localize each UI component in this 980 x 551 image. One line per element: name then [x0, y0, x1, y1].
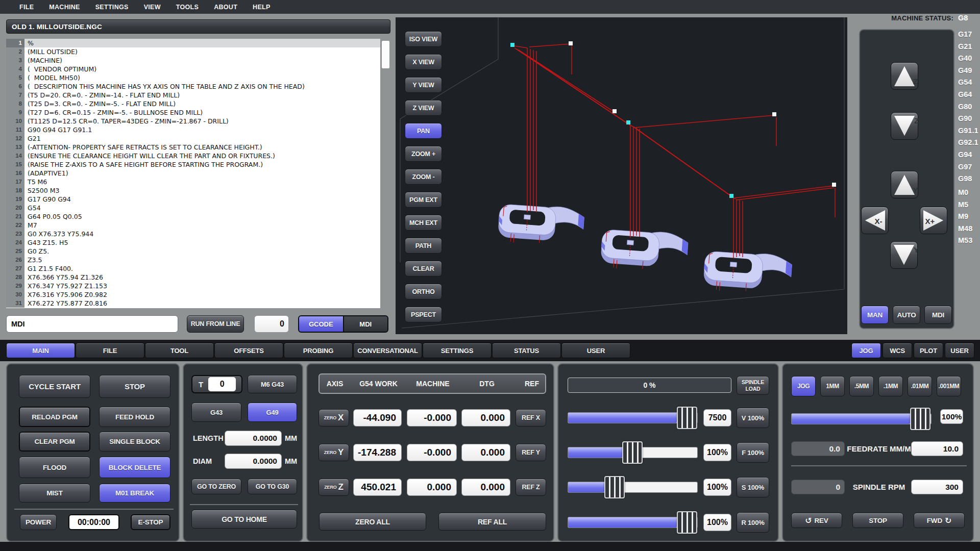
- gcode-line[interactable]: 25 G0 Z5.: [6, 247, 380, 256]
- slider-handle[interactable]: [677, 407, 697, 429]
- gcode-line[interactable]: 17 T5 M6: [6, 178, 380, 186]
- gcode-line[interactable]: 15 (RAISE THE Z-AXIS TO A SAFE HEIGHT BE…: [6, 160, 380, 169]
- estop-button[interactable]: E-STOP: [131, 514, 170, 530]
- block-delete-button[interactable]: BLOCK DELETE: [99, 457, 170, 478]
- jog-step-button[interactable]: .01MM: [908, 376, 932, 396]
- slider-handle[interactable]: [910, 408, 930, 430]
- gcode-line[interactable]: 1 %: [6, 39, 380, 47]
- spindle-load-label-button[interactable]: SPINDLE LOAD: [737, 376, 769, 395]
- slider-handle[interactable]: [604, 476, 625, 498]
- tab[interactable]: WCS: [883, 343, 912, 358]
- tab[interactable]: STATUS: [492, 343, 561, 358]
- view-button[interactable]: Z VIEW: [405, 100, 442, 116]
- run-from-line-button[interactable]: RUN FROM LINE: [187, 315, 244, 333]
- override-reset-button[interactable]: F 100%: [737, 442, 769, 463]
- cycle-start-button[interactable]: CYCLE START: [19, 375, 90, 398]
- tab[interactable]: PLOT: [914, 343, 943, 358]
- jog-y-plus-button[interactable]: Y+: [891, 171, 918, 198]
- menu-item[interactable]: VIEW: [144, 4, 161, 11]
- menu-item[interactable]: FILE: [19, 4, 34, 11]
- gcode-line[interactable]: 28 X76.366 Y75.94 Z1.326: [6, 273, 380, 282]
- slider-track[interactable]: [568, 447, 698, 458]
- slider-track[interactable]: [791, 413, 932, 424]
- jog-step-button[interactable]: JOG: [791, 376, 816, 396]
- gcode-line[interactable]: 23 G0 X76.373 Y75.944: [6, 230, 380, 238]
- reload-pgm-button[interactable]: RELOAD PGM: [19, 407, 90, 427]
- single-block-button[interactable]: SINGLE BLOCK: [99, 432, 170, 452]
- jog-y-minus-button[interactable]: Y-: [890, 241, 918, 269]
- tab[interactable]: USER: [945, 343, 974, 358]
- zero-all-button[interactable]: ZERO ALL: [319, 513, 426, 531]
- gcode-line[interactable]: 11 G90 G94 G17 G91.1: [6, 126, 380, 134]
- spindle-rev-button[interactable]: ↺ REV: [791, 513, 842, 528]
- gcode-line[interactable]: 14 (ENSURE THE CLEARANCE HEIGHT WILL CLE…: [6, 152, 380, 160]
- ref-axis-button[interactable]: REF Z: [516, 479, 546, 496]
- run-from-line-value[interactable]: 0: [254, 315, 289, 333]
- gcode-line[interactable]: 31 X76.272 Y75.877 Z0.816: [6, 299, 380, 308]
- tab[interactable]: TOOL: [145, 343, 214, 358]
- stop-button[interactable]: STOP: [99, 375, 170, 398]
- gcode-line[interactable]: 18 S2500 M3: [6, 186, 380, 195]
- feed-hold-button[interactable]: FEED HOLD: [99, 407, 170, 427]
- view-button[interactable]: PGM EXT: [405, 192, 442, 208]
- gcode-line[interactable]: 6 ( DESCRIPTION THIS MACHINE HAS YX AXIS…: [6, 82, 380, 91]
- go-to-zero-button[interactable]: GO TO ZERO: [191, 479, 241, 494]
- slider-track[interactable]: [568, 517, 698, 528]
- m6-g43-button[interactable]: M6 G43: [248, 375, 297, 393]
- mdi-input[interactable]: MDI: [6, 315, 178, 333]
- view-button[interactable]: PATH: [405, 238, 442, 254]
- gcode-toggle-button[interactable]: GCODE: [299, 316, 343, 332]
- gcode-line[interactable]: 5 ( MODEL MH50): [6, 73, 380, 82]
- view-button[interactable]: CLEAR: [405, 261, 442, 277]
- tab[interactable]: CONVERSATIONAL: [353, 343, 422, 358]
- m01-break-button[interactable]: M01 BREAK: [99, 484, 170, 503]
- gcode-line[interactable]: 22 M7: [6, 221, 380, 230]
- view-button[interactable]: ISO VIEW: [405, 31, 442, 47]
- view-button[interactable]: ZOOM +: [405, 146, 442, 162]
- g43-button[interactable]: G43: [191, 403, 241, 422]
- gcode-line[interactable]: 29 X76.347 Y75.927 Z1.153: [6, 282, 380, 290]
- gcode-line[interactable]: 26 Z3.5: [6, 256, 380, 264]
- gcode-line[interactable]: 16 (ADAPTIVE1): [6, 169, 380, 178]
- mdi-toggle-button[interactable]: MDI: [343, 316, 388, 332]
- gcode-line[interactable]: 8 (T25 D=3. CR=0. - ZMIN=-5. - FLAT END …: [6, 99, 380, 108]
- jog-step-button[interactable]: .5MM: [849, 376, 874, 396]
- ref-all-button[interactable]: REF ALL: [438, 513, 546, 531]
- menu-item[interactable]: MACHINE: [49, 4, 80, 11]
- spindle-rpm-set-field[interactable]: 300: [911, 480, 963, 494]
- gcode-line[interactable]: 3 (MACHINE): [6, 56, 380, 65]
- gcode-line[interactable]: 19 G17 G90 G94: [6, 195, 380, 204]
- gcode-line[interactable]: 2 (MILL OUTSIDE): [6, 47, 380, 56]
- view-button[interactable]: Y VIEW: [405, 77, 442, 93]
- tab[interactable]: SETTINGS: [423, 343, 492, 358]
- gcode-scrollbar-thumb[interactable]: [382, 41, 389, 68]
- g49-button[interactable]: G49: [248, 403, 297, 422]
- mode-button[interactable]: MDI: [924, 306, 952, 324]
- tab[interactable]: MAIN: [6, 343, 75, 358]
- spindle-stop-button[interactable]: STOP: [852, 513, 903, 528]
- zero-axis-button[interactable]: ZEROY: [318, 444, 349, 461]
- go-to-g30-button[interactable]: GO TO G30: [248, 479, 297, 494]
- go-to-home-button[interactable]: GO TO HOME: [191, 510, 297, 529]
- view-button[interactable]: PSPECT: [405, 307, 442, 322]
- slider-handle[interactable]: [622, 441, 643, 464]
- tool-number-field[interactable]: 0: [208, 377, 236, 391]
- gcode-line[interactable]: 13 (-ATTENTION- PROPERTY SAFE RETRACTS I…: [6, 143, 380, 152]
- gcode-line[interactable]: 24 G43 Z15. H5: [6, 238, 380, 247]
- view-button[interactable]: MCH EXT: [405, 215, 442, 231]
- ref-axis-button[interactable]: REF X: [516, 409, 546, 427]
- jog-x-plus-button[interactable]: X+: [920, 207, 947, 234]
- spindle-fwd-button[interactable]: FWD ↻: [914, 513, 965, 528]
- tool-diameter-field[interactable]: 0.0000: [225, 454, 282, 469]
- mist-button[interactable]: MIST: [19, 484, 90, 503]
- gcode-listing[interactable]: 1 % 2 (MILL OUTSIDE) 3 (MACHINE) 4 ( VEN…: [6, 39, 380, 308]
- power-button[interactable]: POWER: [20, 514, 57, 530]
- jog-step-button[interactable]: .1MM: [878, 376, 903, 396]
- tab[interactable]: OFFSETS: [214, 343, 283, 358]
- gcode-line[interactable]: 30 X76.316 Y75.906 Z0.982: [6, 290, 380, 299]
- tab[interactable]: PROBING: [284, 343, 353, 358]
- mode-button[interactable]: AUTO: [893, 306, 920, 324]
- menu-item[interactable]: TOOLS: [176, 4, 199, 11]
- jog-step-button[interactable]: .001MM: [937, 376, 961, 396]
- gcode-line[interactable]: 10 (T1125 D=12.5 CR=0. TAPER=43DEG - ZMI…: [6, 117, 380, 126]
